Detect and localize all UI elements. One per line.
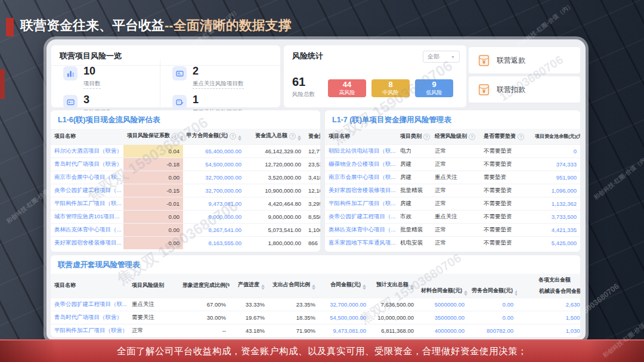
advance-cell: 不需要垫资 xyxy=(480,223,531,236)
material-amount[interactable]: 3500000.00 xyxy=(417,311,468,324)
help-icon[interactable]: ? xyxy=(518,134,524,140)
contract-amount[interactable]: 9,473,081.00 xyxy=(319,324,370,337)
material-amount[interactable]: 4000000.00 xyxy=(417,324,468,337)
balance-cell[interactable]: 374,333 xyxy=(531,157,580,171)
table-row: 奥林匹克体育中心项目（...批量精装正常不需要垫资4,421,335 xyxy=(325,223,580,236)
table-header-row: 项目名称 项目风险级别 形象进度完成比例(%) 产值进度 支出占合同比例 合同金… xyxy=(51,274,580,286)
fraud-risk-table-card: 联营虚开套现风险管理表 项目名称 项目风险级别 形象进度完成比例(%) 产值进度… xyxy=(51,255,580,337)
project-name-link[interactable]: 平阳构件加工厂项目（联... xyxy=(51,197,123,210)
balance-cell[interactable]: 0 xyxy=(531,144,580,157)
contract-amount[interactable]: 8,163,555.00 xyxy=(183,236,245,249)
project-name-link[interactable]: 科尔沁大酒店项目（联营） xyxy=(51,144,123,157)
inflow-amount: 10,900,000.00 xyxy=(245,184,305,197)
project-name-link[interactable]: 炎帝公园扩建工程项目（... xyxy=(325,210,397,223)
table-row: 炎帝公园扩建工程项目（...-0.1532,700,000.0010,900,0… xyxy=(51,184,320,197)
contract-amount[interactable]: 65,400,000.00 xyxy=(183,144,245,157)
medium-risk-badge: 8 中风险 xyxy=(371,79,410,97)
project-name-link[interactable]: 炎帝公园扩建工程项目（联... xyxy=(51,298,128,311)
expense-ratio-cell: 71.90% xyxy=(268,324,319,337)
contract-amount[interactable]: 54,500,000.00 xyxy=(319,311,370,324)
page-title-main: 联营资金往来、平台收益 xyxy=(20,18,165,33)
sort-icon[interactable] xyxy=(298,135,301,141)
project-name-link[interactable]: 奥林匹克体育中心项目（... xyxy=(325,223,397,236)
contract-amount[interactable]: 8,267,541.00 xyxy=(183,223,245,236)
advance-cell: 不需要垫资 xyxy=(480,236,531,249)
contract-amount[interactable]: 32,700,000.00 xyxy=(183,171,245,184)
contract-amount[interactable]: 32,700,000.00 xyxy=(319,298,370,311)
balance-cell[interactable]: 4,421,335 xyxy=(531,223,580,236)
lianying-deduct-button[interactable]: ¥ 联营扣款 xyxy=(469,76,580,103)
risk-total-label: 风险总数 xyxy=(292,91,315,98)
project-name-link[interactable]: 奥林匹克体育中心项目（... xyxy=(51,223,123,236)
help-icon[interactable]: ? xyxy=(172,133,178,140)
machine-amount[interactable]: 2,630,000 xyxy=(517,298,580,311)
project-name-link[interactable]: 嘉禾家园地下车库通风项... xyxy=(325,236,397,249)
column-header: 项目名称 xyxy=(51,274,128,298)
machine-amount[interactable]: 1,030,200 xyxy=(517,324,580,337)
project-name-link[interactable]: 南京市会展中心项目（联... xyxy=(325,171,397,184)
material-amount[interactable]: 5000000.00 xyxy=(417,298,468,311)
coef-cell: 0.04 xyxy=(123,144,183,157)
project-name-link[interactable]: 朝阳北站供电站项目（联... xyxy=(325,144,397,157)
category-cell: 电力 xyxy=(397,144,431,157)
project-name-link[interactable]: 城市管理应急房101项目... xyxy=(51,210,123,223)
project-name-link[interactable]: 樾葆物业办公楼项目（联... xyxy=(325,157,397,171)
table-row: 美好家园宿舍楼装修项目...0.008,163,555.001,800,000.… xyxy=(51,236,320,249)
sort-icon[interactable] xyxy=(180,135,183,141)
planned-expense-cell: 10,000,000.00 xyxy=(370,311,417,324)
project-name-link[interactable]: 美好家园宿舍楼装修项目... xyxy=(51,236,123,249)
project-name-link[interactable]: 炎帝公园扩建工程项目（... xyxy=(51,184,123,197)
project-name-link[interactable]: 美好家园宿舍楼装修项目... xyxy=(325,184,397,197)
sort-icon[interactable] xyxy=(410,284,414,290)
column-header: 是否需要垫资? xyxy=(480,129,531,144)
table-row: 平阳构件加工厂项目（联...-0.019,473,081.004,420,464… xyxy=(51,197,320,210)
project-name-link[interactable]: 青岛时代广场项目（联营） xyxy=(51,311,128,324)
labor-amount[interactable]: 0.00 xyxy=(468,311,517,324)
help-icon[interactable]: ? xyxy=(469,134,475,140)
contract-amount[interactable]: 32,700,000.00 xyxy=(183,184,245,197)
footer-text: 全面了解公司平台收益构成，资金账户构成、以及真实可用、受限资金，合理做好资金使用… xyxy=(117,345,527,358)
project-name-link[interactable]: 青岛时代广场项目（联营） xyxy=(51,157,123,171)
sort-icon[interactable] xyxy=(261,284,265,290)
sort-icon[interactable] xyxy=(464,290,467,296)
inflow-amount: 1,800,000.00 xyxy=(245,236,305,249)
help-icon[interactable]: ? xyxy=(289,133,296,140)
project-name-link[interactable]: 平阳构件加工厂项目（联营） xyxy=(51,324,128,337)
sort-icon[interactable] xyxy=(515,290,517,296)
expense-ratio-cell: 18.35% xyxy=(268,311,319,324)
sort-icon[interactable] xyxy=(238,135,242,141)
risk-level-cell: 正常 xyxy=(431,236,480,249)
labor-amount[interactable]: 0.00 xyxy=(468,298,517,311)
table-row: 科尔沁大酒店项目（联营）0.0465,400,000.0046,142,329.… xyxy=(51,144,320,157)
sort-icon[interactable] xyxy=(312,284,315,290)
help-icon[interactable]: ? xyxy=(423,134,430,140)
help-icon[interactable]: ? xyxy=(230,133,236,140)
column-header: 甲方合同金额(元)? xyxy=(183,129,245,144)
funds-table-title: L1-7 (联)单项目资金挪用风险管理表 xyxy=(325,110,580,129)
balance-cell[interactable]: 5,425,000 xyxy=(531,236,580,249)
chevron-down-icon: ▼ xyxy=(451,55,455,59)
risk-level-cell: 需要关注 xyxy=(128,311,179,324)
project-name-link[interactable]: 南京市会展中心项目（联... xyxy=(51,171,123,184)
sort-icon[interactable] xyxy=(363,284,366,290)
balance-cell[interactable]: 3,733,500 xyxy=(531,210,580,223)
table-row: 炎帝公园扩建工程项目（联...重点关注67.00%33.33%23.35%32,… xyxy=(51,298,580,311)
column-header: 材料合同金额(元) xyxy=(417,286,468,298)
lianying-refund-button[interactable]: ¥ 联营返款 xyxy=(469,47,580,73)
contract-amount[interactable]: 9,000,000.00 xyxy=(183,210,245,223)
category-cell: 房建 xyxy=(397,197,431,210)
project-name-link[interactable]: 平阳构件加工厂项目（联... xyxy=(325,197,397,210)
balance-cell[interactable]: 1,096,000 xyxy=(531,184,580,197)
category-cell: 批量精装 xyxy=(397,223,431,236)
table-row: 美好家园宿舍楼装修项目...批量精装正常不需要垫资1,096,000 xyxy=(325,184,580,197)
labor-amount[interactable]: 800782.00 xyxy=(468,324,517,337)
column-header: 劳务合同金额(元) xyxy=(468,286,517,298)
balance-cell[interactable]: 1,132,362 xyxy=(531,197,580,210)
machine-amount[interactable]: 1,500,000 xyxy=(517,311,580,324)
risk-filter-select[interactable]: 全部 ▼ xyxy=(423,51,460,63)
advance-cell: 不需要垫资 xyxy=(480,157,531,171)
contract-amount[interactable]: 9,473,081.00 xyxy=(183,197,245,210)
watermark: 和创科技-红圈-价值（内） xyxy=(592,153,644,202)
balance-cell[interactable]: 951,900 xyxy=(531,171,580,184)
contract-amount[interactable]: 54,500,000.00 xyxy=(183,157,245,171)
